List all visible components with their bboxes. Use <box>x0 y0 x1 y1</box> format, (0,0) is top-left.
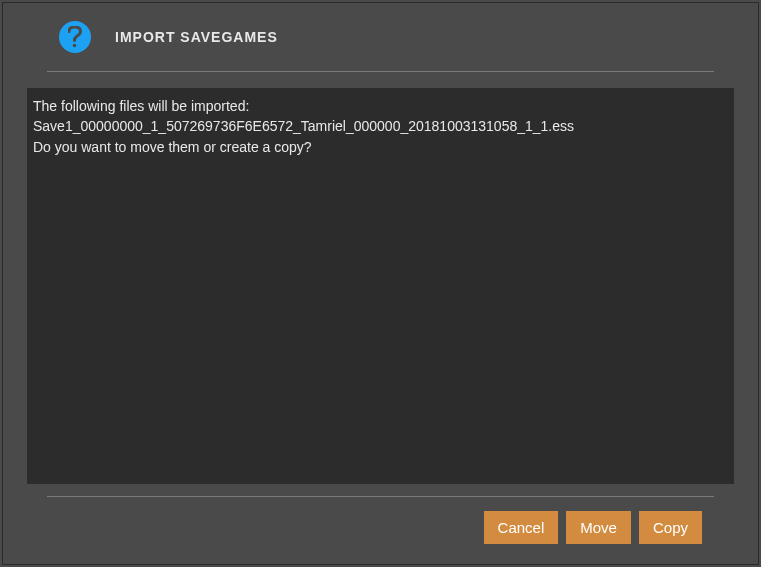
import-savegames-dialog: IMPORT SAVEGAMES The following files wil… <box>2 2 759 565</box>
content-question: Do you want to move them or create a cop… <box>33 137 728 157</box>
cancel-button[interactable]: Cancel <box>484 511 559 544</box>
dialog-title: IMPORT SAVEGAMES <box>115 29 278 45</box>
dialog-content: The following files will be imported: Sa… <box>27 88 734 484</box>
move-button[interactable]: Move <box>566 511 631 544</box>
content-intro: The following files will be imported: <box>33 96 728 116</box>
question-icon <box>59 21 91 53</box>
svg-point-0 <box>73 44 77 48</box>
dialog-header: IMPORT SAVEGAMES <box>3 3 758 71</box>
copy-button[interactable]: Copy <box>639 511 702 544</box>
dialog-footer: Cancel Move Copy <box>3 497 758 564</box>
content-file: Save1_00000000_1_507269736F6E6572_Tamrie… <box>33 116 728 136</box>
divider-top <box>47 71 714 72</box>
